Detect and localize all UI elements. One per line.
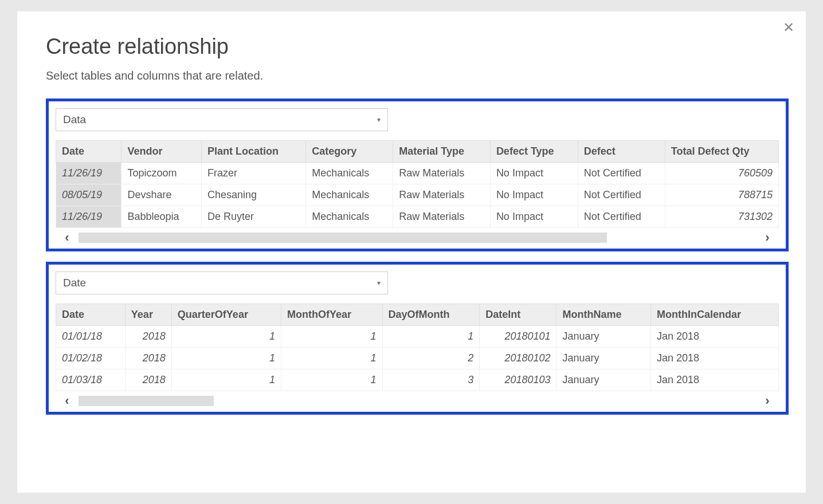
- cell: 1: [382, 326, 480, 348]
- second-table-grid: Date Year QuarterOfYear MonthOfYear DayO…: [56, 304, 779, 391]
- cell: 1: [171, 326, 281, 348]
- scroll-thumb[interactable]: [79, 396, 214, 406]
- first-table-grid: Date Vendor Plant Location Category Mate…: [56, 140, 779, 228]
- scrollbar[interactable]: ‹ ›: [56, 393, 779, 408]
- scroll-track[interactable]: [79, 233, 756, 243]
- cell: 1: [171, 348, 281, 369]
- cell: 2: [382, 348, 480, 369]
- first-table-block: Data Date Vendor Plant Location Category…: [46, 99, 789, 251]
- cell-date: 11/26/19: [56, 206, 122, 228]
- cell: Babbleopia: [122, 206, 202, 228]
- cell: January: [556, 326, 651, 348]
- table-row[interactable]: 01/03/18 2018 1 1 3 20180103 January Jan…: [56, 369, 779, 391]
- cell: Jan 2018: [651, 348, 779, 369]
- table-header-row: Date Year QuarterOfYear MonthOfYear DayO…: [56, 304, 779, 326]
- cell: 2018: [125, 369, 171, 391]
- second-table-block: Date Date Year QuarterOfYear MonthOfYear…: [46, 262, 789, 415]
- cell-date: 01/02/18: [56, 348, 126, 369]
- col-header[interactable]: DayOfMonth: [382, 304, 480, 326]
- cell: Topiczoom: [122, 163, 202, 184]
- first-table-select-value: Data: [63, 113, 86, 125]
- scroll-track[interactable]: [79, 396, 756, 406]
- cell: Mechanicals: [306, 163, 393, 184]
- cell: 2018: [125, 326, 171, 348]
- col-header[interactable]: Material Type: [393, 141, 491, 163]
- cell: Not Certified: [578, 206, 665, 228]
- table-row[interactable]: 01/01/18 2018 1 1 1 20180101 January Jan…: [56, 326, 779, 348]
- cell: January: [556, 348, 651, 369]
- col-header[interactable]: Date: [56, 141, 122, 163]
- dialog-title: Create relationship: [46, 34, 789, 59]
- scroll-thumb[interactable]: [79, 233, 607, 243]
- col-header[interactable]: DateInt: [480, 304, 556, 326]
- cell: Raw Materials: [393, 184, 491, 206]
- cell: 788715: [665, 184, 778, 206]
- cell: 760509: [665, 163, 778, 184]
- create-relationship-dialog: ✕ Create relationship Select tables and …: [17, 11, 806, 493]
- cell: No Impact: [490, 206, 578, 228]
- col-header[interactable]: Plant Location: [201, 141, 305, 163]
- scroll-left-icon[interactable]: ‹: [56, 230, 79, 245]
- scrollbar[interactable]: ‹ ›: [56, 230, 779, 245]
- cell: Not Certified: [578, 184, 665, 206]
- cell: 20180103: [480, 369, 556, 391]
- scroll-left-icon[interactable]: ‹: [56, 393, 79, 408]
- cell: 1: [281, 369, 383, 391]
- table-row[interactable]: 11/26/19 Topiczoom Frazer Mechanicals Ra…: [56, 163, 779, 184]
- table-row[interactable]: 01/02/18 2018 1 1 2 20180102 January Jan…: [56, 348, 779, 369]
- cell-date: 01/01/18: [56, 326, 126, 348]
- cell: 2018: [125, 348, 171, 369]
- cell-date: 11/26/19: [56, 163, 122, 184]
- cell: Raw Materials: [393, 163, 491, 184]
- scroll-right-icon[interactable]: ›: [756, 230, 779, 245]
- table-row[interactable]: 11/26/19 Babbleopia De Ruyter Mechanical…: [56, 206, 779, 228]
- cell: Jan 2018: [651, 326, 779, 348]
- col-header[interactable]: QuarterOfYear: [171, 304, 281, 326]
- table-header-row: Date Vendor Plant Location Category Mate…: [56, 141, 779, 163]
- cell: 20180102: [480, 348, 556, 369]
- col-header[interactable]: Date: [56, 304, 126, 326]
- second-table-select[interactable]: Date: [56, 271, 388, 294]
- col-header[interactable]: MonthOfYear: [281, 304, 383, 326]
- cell: 1: [281, 326, 383, 348]
- cell: January: [556, 369, 651, 391]
- cell: Not Certified: [578, 163, 665, 184]
- cell: 3: [382, 369, 480, 391]
- col-header[interactable]: Year: [125, 304, 171, 326]
- cell: De Ruyter: [201, 206, 305, 228]
- cell: Raw Materials: [393, 206, 491, 228]
- col-header[interactable]: Category: [306, 141, 393, 163]
- col-header[interactable]: MonthInCalendar: [651, 304, 779, 326]
- scroll-right-icon[interactable]: ›: [756, 393, 779, 408]
- table-row[interactable]: 08/05/19 Devshare Chesaning Mechanicals …: [56, 184, 779, 206]
- close-icon[interactable]: ✕: [783, 21, 794, 34]
- cell: 1: [281, 348, 383, 369]
- col-header[interactable]: MonthName: [556, 304, 651, 326]
- cell: 731302: [665, 206, 778, 228]
- cell: No Impact: [490, 184, 578, 206]
- first-table-select[interactable]: Data: [56, 108, 388, 131]
- col-header[interactable]: Vendor: [122, 141, 202, 163]
- cell: Mechanicals: [306, 184, 393, 206]
- cell: 1: [171, 369, 281, 391]
- cell: Devshare: [122, 184, 202, 206]
- cell: No Impact: [490, 163, 578, 184]
- col-header[interactable]: Total Defect Qty: [665, 141, 778, 163]
- cell-date: 01/03/18: [56, 369, 126, 391]
- cell-date: 08/05/19: [56, 184, 122, 206]
- col-header[interactable]: Defect: [578, 141, 665, 163]
- cell: Frazer: [201, 163, 305, 184]
- second-table-select-value: Date: [63, 277, 86, 289]
- cell: Mechanicals: [306, 206, 393, 228]
- cell: Chesaning: [201, 184, 305, 206]
- cell: 20180101: [480, 326, 556, 348]
- cell: Jan 2018: [651, 369, 779, 391]
- dialog-subtitle: Select tables and columns that are relat…: [46, 69, 789, 82]
- col-header[interactable]: Defect Type: [490, 141, 578, 163]
